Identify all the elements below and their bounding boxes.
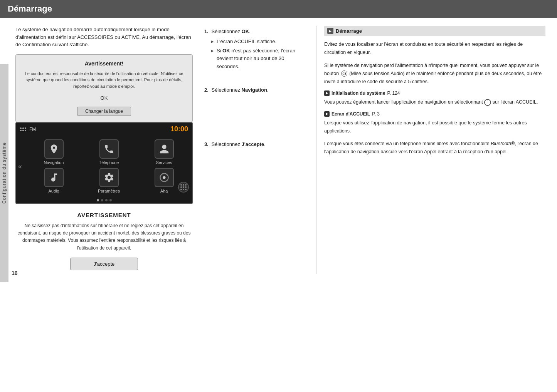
aha-svg [159, 172, 170, 183]
screen-dot-4[interactable] [109, 199, 112, 201]
app-telephone[interactable]: Téléphone [83, 139, 135, 165]
app-parametres[interactable]: Paramètres [83, 168, 135, 193]
grid-icon [20, 127, 26, 131]
left-column: Le système de navigation démarre automat… [15, 26, 193, 274]
ref-2-bold: Ecran d'ACCUEIL [332, 111, 370, 117]
right-para-4: Lorsque vous utilisez l'application de n… [324, 119, 545, 136]
grid-dot [20, 127, 22, 129]
parametres-label: Paramètres [98, 189, 120, 193]
avertissement-text: Ne saisissez pas d'informations sur l'it… [17, 222, 191, 252]
audio-icon [44, 168, 64, 187]
ref-icon-1-svg [325, 91, 329, 95]
navigation-label: Navigation [44, 160, 64, 165]
grid-app-icon: ⋮ [484, 99, 491, 106]
app-grid: Navigation Téléphone [28, 139, 190, 193]
more-apps-button[interactable] [178, 182, 189, 193]
services-label: Services [156, 160, 172, 165]
screen-dot-1[interactable] [97, 199, 99, 201]
side-tab: Configuration du système [0, 64, 8, 282]
step-1: 1. Sélectionnez OK. ► L'écran ACCUEIL s'… [204, 28, 308, 71]
step-1-content: 1. Sélectionnez OK. ► L'écran ACCUEIL s'… [204, 28, 308, 71]
svg-marker-2 [326, 92, 328, 95]
step-1-number: 1. [204, 28, 209, 34]
ref-icon-2 [324, 111, 330, 117]
fm-label: FM [29, 127, 36, 132]
telephone-label: Téléphone [99, 160, 119, 165]
ref-1-page: P. 124 [387, 90, 400, 96]
ref-2-page: P. 3 [372, 111, 380, 117]
right-para-3: Vous pouvez également lancer l'applicati… [324, 98, 545, 106]
step-2-content: 2. Sélectionnez Navigation. [204, 86, 308, 94]
audio-svg [49, 172, 59, 183]
step-2-text: Sélectionnez Navigation. [211, 87, 268, 93]
step-1-sub-1: ► L'écran ACCUEIL s'affiche. [210, 38, 308, 46]
ref-link-2: Ecran d'ACCUEIL P. 3 [324, 111, 545, 117]
warning-dialog: Avertissement! Le conducteur est respons… [15, 54, 193, 122]
right-para-5: Lorsque vous êtes connecté via un téléph… [324, 140, 545, 156]
car-screen: FM 10:00 « Navigation [15, 122, 193, 204]
step-1-sub-text-1: L'écran ACCUEIL s'affiche. [217, 38, 276, 46]
warning-dialog-text: Le conducteur est responsable de la sécu… [22, 70, 187, 90]
step-1-sub: ► L'écran ACCUEIL s'affiche. ► Si OK n'e… [204, 38, 308, 71]
aha-icon [155, 168, 174, 187]
arrow-icon-2: ► [210, 47, 215, 55]
screen-dot-2[interactable] [101, 199, 103, 201]
arrow-icon-1: ► [210, 38, 215, 45]
step-1-sub-text-2: Si OK n'est pas sélectionné, l'écran dev… [217, 47, 308, 71]
services-svg [159, 144, 170, 154]
more-apps-icon [180, 184, 187, 190]
telephone-icon [99, 139, 119, 159]
intro-text: Le système de navigation démarre automat… [15, 26, 193, 49]
screen-dot-3[interactable] [105, 199, 108, 201]
step-2: 2. Sélectionnez Navigation. [204, 86, 308, 94]
screen-dots [16, 197, 192, 203]
grid-dot [22, 130, 24, 131]
warning-dialog-title: Avertissement! [22, 60, 187, 67]
svg-marker-3 [326, 112, 328, 116]
page-header: Démarrage [0, 0, 557, 18]
audio-label: Audio [48, 189, 59, 193]
step-3: 3. Sélectionnez J'accepte. [204, 141, 308, 149]
app-services[interactable]: Services [138, 139, 190, 165]
change-language-button[interactable]: Changer la langue [77, 107, 131, 116]
content-wrapper: Configuration du système Le système de n… [0, 18, 557, 282]
right-section-title-text: Démarrage [336, 28, 362, 34]
steps-container: 1. Sélectionnez OK. ► L'écran ACCUEIL s'… [200, 28, 308, 149]
page-number: 16 [12, 270, 18, 276]
step-2-number: 2. [204, 87, 209, 93]
ok-button-label[interactable]: OK [22, 95, 187, 101]
jaccepte-button[interactable]: J'accepte [70, 258, 138, 270]
car-screen-left: FM [20, 127, 36, 132]
step-3-content: 3. Sélectionnez J'accepte. [204, 141, 308, 149]
avertissement-title: AVERTISSEMENT [17, 212, 191, 218]
step-1-sub-2: ► Si OK n'est pas sélectionné, l'écran d… [210, 47, 308, 71]
side-tab-label: Configuration du système [2, 142, 7, 204]
power-icon: ⏻ [341, 70, 347, 77]
car-screen-time: 10:00 [170, 125, 188, 133]
chevron-left-icon[interactable]: « [18, 162, 22, 171]
grid-dot [25, 127, 26, 129]
app-audio[interactable]: Audio [28, 168, 80, 193]
car-screen-header: FM 10:00 [16, 123, 192, 136]
right-column: ► Démarrage Evitez de vous focaliser sur… [316, 26, 545, 274]
grid-dot [20, 130, 22, 131]
ref-link-1: Initialisation du système P. 124 [324, 90, 545, 96]
services-icon [155, 139, 174, 159]
grid-dot [25, 130, 26, 131]
telephone-svg [104, 144, 114, 154]
step-3-number: 3. [204, 141, 209, 147]
step-3-text: Sélectionnez J'accepte. [211, 141, 265, 147]
app-navigation[interactable]: Navigation [28, 139, 80, 165]
step-1-text: Sélectionnez OK. [211, 28, 250, 34]
ref-1-bold: Initialisation du système [332, 90, 385, 96]
aha-label: Aha [160, 189, 168, 193]
parametres-icon [99, 168, 119, 187]
navigation-icon [44, 139, 64, 159]
right-section-title: ► Démarrage [324, 26, 545, 36]
app-grid-container: « Navigation [16, 136, 192, 197]
main-content: Le système de navigation démarre automat… [0, 18, 557, 282]
middle-column: 1. Sélectionnez OK. ► L'écran ACCUEIL s'… [200, 26, 308, 274]
svg-point-1 [163, 176, 165, 179]
navigation-svg [49, 144, 59, 154]
right-para-2: Si le système de navigation perd l'alime… [324, 62, 545, 86]
